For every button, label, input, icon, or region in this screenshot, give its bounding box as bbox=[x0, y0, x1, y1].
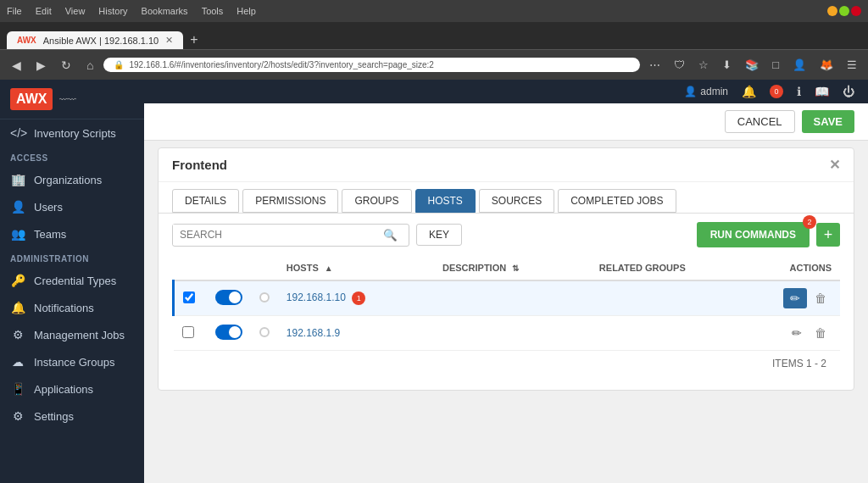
sidebar-item-label-applications: Applications bbox=[34, 383, 93, 396]
sidebar-item-teams[interactable]: 👥 Teams bbox=[0, 220, 144, 247]
hosts-table-container: HOSTS ▲ DESCRIPTION ⇅ RELATED GROUPS ACT… bbox=[159, 256, 854, 390]
row1-related-groups bbox=[591, 280, 744, 316]
row1-delete-button[interactable]: 🗑 bbox=[810, 288, 832, 308]
teams-icon: 👥 bbox=[10, 227, 25, 241]
awx-logo: AWX bbox=[10, 88, 53, 110]
firefox-sync[interactable]: 🦊 bbox=[815, 57, 837, 73]
credential-types-icon: 🔑 bbox=[10, 274, 25, 287]
forward-button[interactable]: ▶ bbox=[31, 57, 51, 74]
window-controls bbox=[827, 6, 861, 16]
sidebar-item-inventory-scripts[interactable]: </> Inventory Scripts bbox=[0, 119, 144, 147]
row2-toggle[interactable] bbox=[215, 325, 242, 340]
sidebar-item-label-users: Users bbox=[34, 201, 63, 214]
browser-tab[interactable]: AWX Ansible AWX | 192.168.1.10 ✕ bbox=[7, 31, 183, 49]
instance-groups-icon: ☁ bbox=[10, 355, 25, 369]
sidebar-item-management-jobs[interactable]: ⚙ Management Jobs bbox=[0, 321, 144, 348]
management-jobs-icon: ⚙ bbox=[10, 328, 25, 341]
items-count: ITEMS 1 - 2 bbox=[172, 351, 840, 376]
sidebar-item-settings[interactable]: ⚙ Settings bbox=[0, 402, 144, 430]
cancel-button[interactable]: CANCEL bbox=[725, 110, 795, 133]
run-commands-button[interactable]: RUN COMMANDS bbox=[697, 222, 810, 247]
library-button[interactable]: 📚 bbox=[741, 57, 763, 73]
sidebar-item-label-notifications: Notifications bbox=[34, 302, 94, 314]
tab-groups[interactable]: GROUPS bbox=[342, 189, 411, 213]
sidebar-item-label-teams: Teams bbox=[34, 228, 66, 241]
notifications-bell-icon[interactable]: 🔔 bbox=[742, 85, 756, 98]
row1-edit-button[interactable]: ✏ bbox=[783, 288, 807, 308]
browser-chrome: File Edit View History Bookmarks Tools H… bbox=[0, 0, 868, 80]
row1-checkbox[interactable] bbox=[183, 291, 195, 303]
power-icon[interactable]: ⏻ bbox=[843, 85, 854, 98]
close-button[interactable] bbox=[851, 6, 861, 16]
browser-toolbar: ◀ ▶ ↻ ⌂ 🔒 192.168.1.6/#/inventories/inve… bbox=[0, 49, 868, 80]
hosts-table: HOSTS ▲ DESCRIPTION ⇅ RELATED GROUPS ACT… bbox=[172, 256, 840, 351]
maximize-button[interactable] bbox=[839, 6, 849, 16]
menu-view[interactable]: View bbox=[65, 6, 86, 16]
url-bar[interactable]: 🔒 192.168.1.6/#/inventories/inventory/2/… bbox=[103, 58, 640, 72]
extensions-button[interactable]: ⋯ bbox=[645, 57, 665, 73]
row1-toggle[interactable] bbox=[215, 290, 242, 305]
row2-description bbox=[434, 316, 591, 351]
sidebar-item-notifications[interactable]: 🔔 Notifications bbox=[0, 294, 144, 321]
back-button[interactable]: ◀ bbox=[7, 57, 26, 74]
reader-button[interactable]: □ bbox=[768, 57, 783, 73]
browser-menu-bar: File Edit View History Bookmarks Tools H… bbox=[0, 0, 868, 22]
tab-sources[interactable]: SOURCES bbox=[479, 189, 554, 213]
user-info: 👤 admin bbox=[684, 86, 728, 97]
sidebar-item-label-instance-groups: Instance Groups bbox=[34, 356, 114, 369]
menu-history[interactable]: History bbox=[98, 6, 127, 16]
hosts-sort-icon: ▲ bbox=[325, 264, 333, 273]
search-input[interactable] bbox=[173, 225, 376, 245]
home-button[interactable]: ⌂ bbox=[81, 57, 98, 74]
notifications-badge: 0 bbox=[770, 85, 783, 98]
info-icon[interactable]: ℹ bbox=[797, 85, 801, 98]
download-button[interactable]: ⬇ bbox=[718, 57, 736, 73]
sidebar-item-organizations[interactable]: 🏢 Organizations bbox=[0, 166, 144, 193]
docs-icon[interactable]: 📖 bbox=[815, 85, 829, 98]
menu-edit[interactable]: Edit bbox=[36, 6, 52, 16]
url-text: 192.168.1.6/#/inventories/inventory/2/ho… bbox=[129, 60, 433, 69]
new-tab-button[interactable]: + bbox=[183, 31, 204, 49]
row2-checkbox[interactable] bbox=[182, 326, 194, 338]
sidebar-item-credential-types[interactable]: 🔑 Credential Types bbox=[0, 267, 144, 294]
row2-host-link[interactable]: 192.168.1.9 bbox=[287, 327, 340, 339]
tab-completed-jobs[interactable]: COMPLETED JOBS bbox=[558, 189, 676, 213]
row2-edit-button[interactable]: ✏ bbox=[787, 323, 807, 343]
key-button[interactable]: KEY bbox=[416, 224, 462, 246]
card-close-icon[interactable]: ✕ bbox=[829, 157, 840, 173]
save-button[interactable]: SAVE bbox=[802, 110, 854, 133]
tab-close-icon[interactable]: ✕ bbox=[165, 35, 173, 46]
menu-bookmarks[interactable]: Bookmarks bbox=[142, 6, 188, 16]
app-header: 👤 admin 🔔 0 ℹ 📖 ⏻ bbox=[144, 80, 868, 103]
sidebar-item-label-inventory-scripts: Inventory Scripts bbox=[34, 127, 116, 140]
search-button[interactable]: 🔍 bbox=[376, 225, 404, 246]
bookmark-button[interactable]: ☆ bbox=[694, 57, 713, 73]
shield-icon[interactable]: 🛡 bbox=[670, 57, 689, 73]
sidebar-item-label-management-jobs: Management Jobs bbox=[34, 329, 125, 341]
app-layout: AWX 〰〰 </> Inventory Scripts ACCESS 🏢 Or… bbox=[0, 80, 868, 483]
row1-host-link[interactable]: 192.168.1.10 bbox=[287, 291, 346, 303]
account-button[interactable]: 👤 bbox=[788, 57, 810, 73]
menu-button[interactable]: ☰ bbox=[843, 57, 861, 73]
minimize-button[interactable] bbox=[827, 6, 837, 16]
sidebar-item-users[interactable]: 👤 Users bbox=[0, 193, 144, 220]
username: admin bbox=[700, 86, 728, 97]
row1-description bbox=[434, 280, 591, 316]
add-host-button[interactable]: + bbox=[816, 223, 840, 247]
tab-hosts[interactable]: HOSTS bbox=[415, 189, 476, 213]
top-action-bar: CANCEL SAVE bbox=[144, 103, 868, 141]
reload-button[interactable]: ↻ bbox=[56, 57, 76, 74]
tab-details[interactable]: DETAILS bbox=[172, 189, 239, 213]
col-header-description[interactable]: DESCRIPTION ⇅ bbox=[434, 256, 591, 280]
search-box: 🔍 bbox=[172, 224, 409, 247]
tab-permissions[interactable]: PERMISSIONS bbox=[242, 189, 338, 213]
menu-help[interactable]: Help bbox=[236, 6, 256, 16]
sidebar-item-instance-groups[interactable]: ☁ Instance Groups bbox=[0, 348, 144, 375]
menu-file[interactable]: File bbox=[7, 6, 22, 16]
sidebar-item-applications[interactable]: 📱 Applications bbox=[0, 375, 144, 402]
table-row: 192.168.1.9 ✏ 🗑 bbox=[174, 316, 841, 351]
row2-delete-button[interactable]: 🗑 bbox=[810, 323, 832, 343]
col-header-hosts[interactable]: HOSTS ▲ bbox=[278, 256, 434, 280]
menu-tools[interactable]: Tools bbox=[202, 6, 224, 16]
inventory-scripts-icon: </> bbox=[10, 126, 25, 140]
